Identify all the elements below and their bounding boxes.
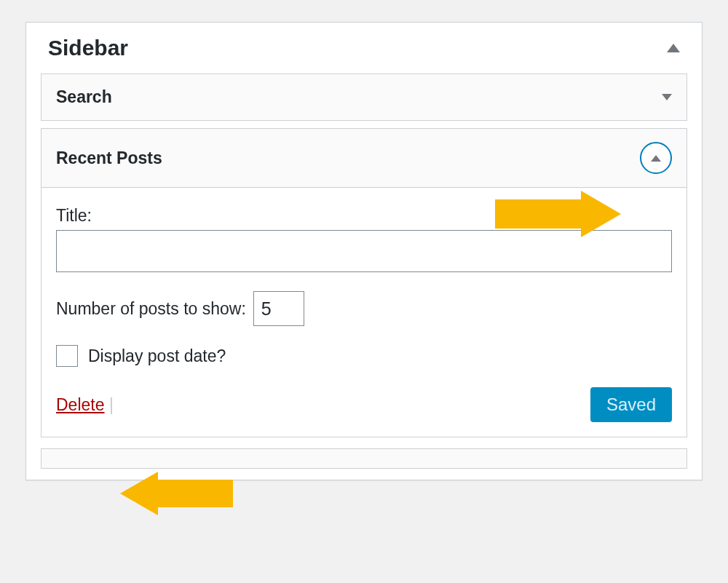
sidebar-panel: Sidebar Search Recent Posts Title: Numbe…	[25, 22, 703, 480]
expand-icon	[662, 94, 672, 100]
widget-recent-posts-body: Title: Number of posts to show: Display …	[41, 188, 687, 437]
num-posts-label: Number of posts to show:	[56, 299, 246, 319]
title-label: Title:	[56, 206, 672, 226]
display-date-checkbox[interactable]	[56, 345, 78, 367]
widget-recent-posts-header[interactable]: Recent Posts	[41, 129, 687, 188]
widget-placeholder	[41, 448, 687, 469]
widget-toggle-button[interactable]	[640, 142, 672, 174]
sidebar-panel-header[interactable]: Sidebar	[26, 23, 702, 74]
collapse-icon	[651, 155, 661, 162]
widget-search-header[interactable]: Search	[41, 74, 687, 120]
widget-recent-posts: Recent Posts Title: Number of posts to s…	[41, 128, 687, 437]
widget-search: Search	[41, 74, 687, 121]
title-input[interactable]	[56, 230, 672, 272]
collapse-icon	[667, 44, 680, 52]
saved-button[interactable]: Saved	[590, 387, 672, 422]
display-date-label: Display post date?	[88, 346, 226, 366]
widget-recent-posts-title: Recent Posts	[56, 148, 162, 168]
delete-link[interactable]: Delete	[56, 395, 104, 414]
sidebar-title: Sidebar	[48, 36, 128, 60]
widget-search-title: Search	[56, 87, 112, 107]
separator: |	[109, 395, 114, 414]
num-posts-input[interactable]	[253, 291, 304, 326]
